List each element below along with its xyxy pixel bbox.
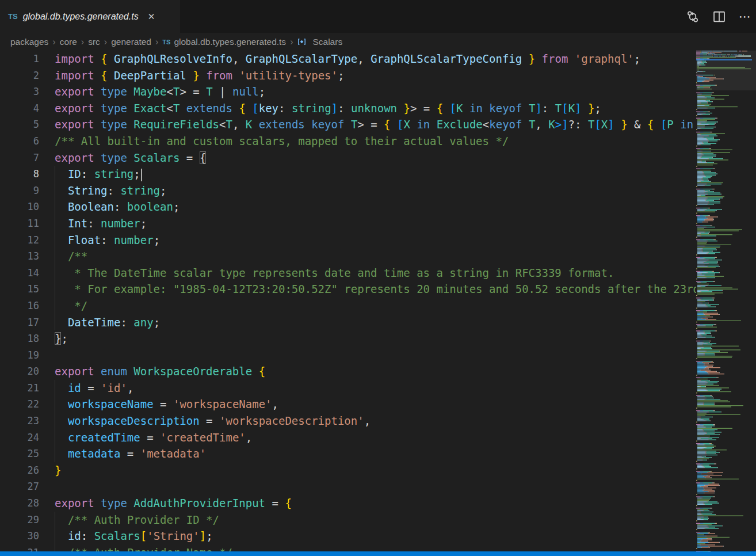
breadcrumb-item-scalars[interactable]: Scalars	[297, 37, 342, 47]
code-text: /** All built-in and custom scalars, map…	[55, 133, 509, 150]
code-text: */	[55, 298, 87, 314]
line-number: 11	[0, 215, 39, 232]
code-line[interactable]: 30 id: Scalars['String'];	[0, 528, 696, 544]
code-text: import { GraphQLResolveInfo, GraphQLScal…	[55, 51, 640, 67]
code-line[interactable]: 20export enum WorkspaceOrderable {	[0, 363, 696, 380]
breadcrumb-item-core[interactable]: core	[60, 37, 77, 47]
code-line[interactable]: 2import { DeepPartial } from 'utility-ty…	[0, 67, 696, 84]
line-number: 18	[0, 330, 39, 347]
line-number: 28	[0, 495, 39, 512]
breadcrumb-separator-icon: ›	[52, 37, 55, 47]
code-line[interactable]: 23 workspaceDescription = 'workspaceDesc…	[0, 413, 696, 429]
line-number: 21	[0, 380, 39, 397]
line-number: 10	[0, 199, 39, 215]
code-text: id = 'id',	[55, 380, 133, 397]
line-number: 27	[0, 478, 39, 495]
tab-global-db-types[interactable]: TS global.db.types.generated.ts ✕	[0, 0, 180, 33]
code-line[interactable]: 15 * For example: "1985-04-12T23:20:50.5…	[0, 281, 696, 298]
code-text: metadata = 'metadata'	[55, 445, 206, 462]
breadcrumb-separator-icon: ›	[290, 37, 293, 47]
code-line[interactable]: 31 /** Auth Provider Name */	[0, 544, 696, 551]
tab-title: global.db.types.generated.ts	[23, 12, 139, 22]
code-line[interactable]: 12 Float: number;	[0, 232, 696, 249]
line-number: 7	[0, 150, 39, 166]
split-editor-icon[interactable]	[712, 10, 726, 24]
text-cursor	[141, 169, 142, 181]
code-text: /**	[55, 248, 87, 265]
breadcrumb-separator-icon: ›	[81, 37, 84, 47]
line-number: 30	[0, 528, 39, 544]
code-line[interactable]: 25 metadata = 'metadata'	[0, 445, 696, 462]
open-changes-icon[interactable]	[686, 10, 700, 24]
code-text: export enum WorkspaceOrderable {	[55, 363, 265, 380]
code-line[interactable]: 26}	[0, 462, 696, 479]
line-number: 4	[0, 100, 39, 117]
breadcrumb: packages›core›src›generated›TSglobal.db.…	[0, 33, 756, 51]
minimap-slider[interactable]	[696, 51, 756, 90]
code-text: export type RequireFields<T, K extends k…	[55, 116, 696, 133]
close-icon[interactable]: ✕	[147, 11, 156, 22]
code-line[interactable]: 9 String: string;	[0, 182, 696, 199]
code-line[interactable]: 4export type Exact<T extends { [key: str…	[0, 100, 696, 117]
code-line[interactable]: 14 * The DateTime scalar type represents…	[0, 265, 696, 281]
line-number: 22	[0, 396, 39, 413]
code-text: DateTime: any;	[55, 314, 160, 331]
code-text: import { DeepPartial } from 'utility-typ…	[55, 67, 344, 84]
code-line[interactable]: 27	[0, 478, 696, 495]
code-line[interactable]: 11 Int: number;	[0, 215, 696, 232]
code-line[interactable]: 16 */	[0, 298, 696, 314]
code-line[interactable]: 8 ID: string;	[0, 166, 696, 182]
code-line[interactable]: 13 /**	[0, 248, 696, 265]
code-line[interactable]: 18};	[0, 330, 696, 347]
code-text: Boolean: boolean;	[55, 199, 180, 215]
indent-guide	[55, 248, 55, 265]
line-number: 3	[0, 83, 39, 100]
code-line[interactable]: 17 DateTime: any;	[0, 314, 696, 331]
code-line[interactable]: 24 createdTime = 'createdTime',	[0, 429, 696, 446]
breadcrumb-item-global-db-types-generated-ts[interactable]: TSglobal.db.types.generated.ts	[162, 37, 286, 47]
code-line[interactable]: 28export type AddAuthProviderInput = {	[0, 495, 696, 512]
indent-guide	[55, 298, 55, 314]
line-number: 6	[0, 133, 39, 150]
line-number: 14	[0, 265, 39, 281]
indent-guide	[55, 314, 55, 331]
code-line[interactable]: 29 /** Auth Provider ID */	[0, 512, 696, 528]
breadcrumb-label: core	[60, 37, 77, 47]
code-line[interactable]: 3export type Maybe<T> = T | null;	[0, 83, 696, 100]
breadcrumb-item-generated[interactable]: generated	[111, 37, 151, 47]
code-line[interactable]: 5export type RequireFields<T, K extends …	[0, 116, 696, 133]
code-line[interactable]: 7export type Scalars = {	[0, 150, 696, 166]
code-line[interactable]: 1import { GraphQLResolveInfo, GraphQLSca…	[0, 51, 696, 67]
line-number: 2	[0, 67, 39, 84]
code-text: id: Scalars['String'];	[55, 528, 213, 544]
breadcrumb-item-src[interactable]: src	[88, 37, 100, 47]
code-text: * For example: "1985-04-12T23:20:50.52Z"…	[55, 281, 696, 298]
breadcrumb-label: src	[88, 37, 100, 47]
code-text: /** Auth Provider ID */	[55, 512, 219, 528]
line-number: 26	[0, 462, 39, 479]
minimap[interactable]	[696, 51, 756, 551]
code-text: export type Exact<T extends { [key: stri…	[55, 100, 601, 117]
code-editor[interactable]: 1import { GraphQLResolveInfo, GraphQLSca…	[0, 51, 696, 551]
tab-bar: TS global.db.types.generated.ts ✕	[0, 0, 756, 33]
code-line[interactable]: 6/** All built-in and custom scalars, ma…	[0, 133, 696, 150]
line-number: 12	[0, 232, 39, 249]
editor-actions: ⋯	[686, 0, 751, 33]
code-line[interactable]: 21 id = 'id',	[0, 380, 696, 397]
line-number: 29	[0, 512, 39, 528]
indent-guide	[55, 429, 55, 446]
breadcrumb-label: packages	[10, 37, 48, 47]
code-line[interactable]: 19	[0, 347, 696, 364]
indent-guide	[55, 445, 55, 462]
line-number: 17	[0, 314, 39, 331]
line-number: 25	[0, 445, 39, 462]
code-line[interactable]: 22 workspaceName = 'workspaceName',	[0, 396, 696, 413]
code-text: Float: number;	[55, 232, 160, 249]
breadcrumb-item-packages[interactable]: packages	[10, 37, 48, 47]
status-bar	[0, 551, 756, 556]
indent-guide	[55, 232, 55, 249]
code-line[interactable]: 10 Boolean: boolean;	[0, 199, 696, 215]
breadcrumb-label: Scalars	[312, 37, 342, 47]
line-number: 19	[0, 347, 39, 364]
more-actions-icon[interactable]: ⋯	[739, 14, 751, 20]
